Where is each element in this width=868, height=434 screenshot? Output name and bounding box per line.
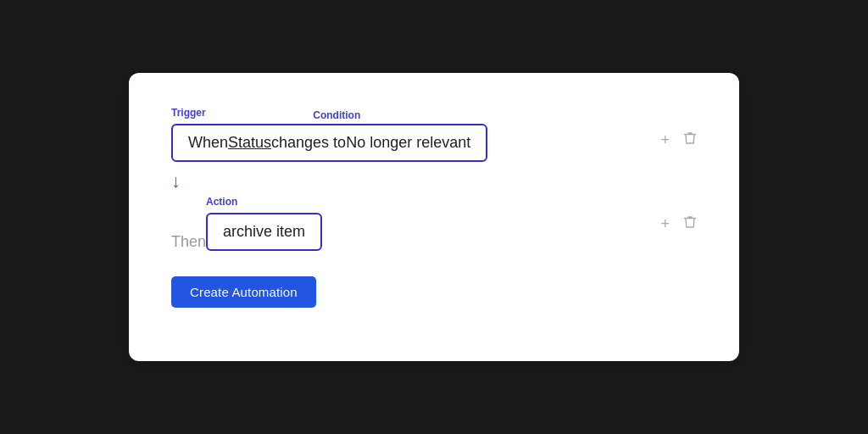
action-add-button[interactable]: + [660, 216, 670, 231]
action-row: Then Action archive item + [171, 196, 697, 251]
trigger-row-icons: + [660, 107, 697, 148]
trigger-delete-button[interactable] [683, 131, 697, 148]
trigger-add-button[interactable]: + [660, 132, 670, 147]
action-content: Then Action archive item [171, 196, 660, 251]
create-automation-button[interactable]: Create Automation [171, 276, 316, 308]
arrow-down-icon: ↓ [171, 170, 697, 192]
condition-label: Condition [313, 109, 487, 121]
trigger-row: Trigger When Status changes to No longer… [171, 107, 697, 162]
action-label-col: Action archive item [206, 196, 322, 251]
when-text: When [188, 134, 228, 152]
action-row-icons: + [660, 196, 697, 232]
condition-label-col: Condition [313, 109, 487, 162]
action-value-box[interactable]: archive item [206, 213, 322, 251]
status-text: Status [228, 134, 271, 152]
action-value-text: archive item [223, 223, 305, 240]
create-automation-row: Create Automation [171, 251, 697, 308]
automation-card: Trigger When Status changes to No longer… [129, 73, 739, 361]
action-delete-button[interactable] [683, 214, 697, 232]
action-label: Action [206, 196, 322, 208]
trigger-content: Trigger When Status changes to No longer… [171, 107, 660, 162]
then-text: Then [171, 208, 206, 251]
